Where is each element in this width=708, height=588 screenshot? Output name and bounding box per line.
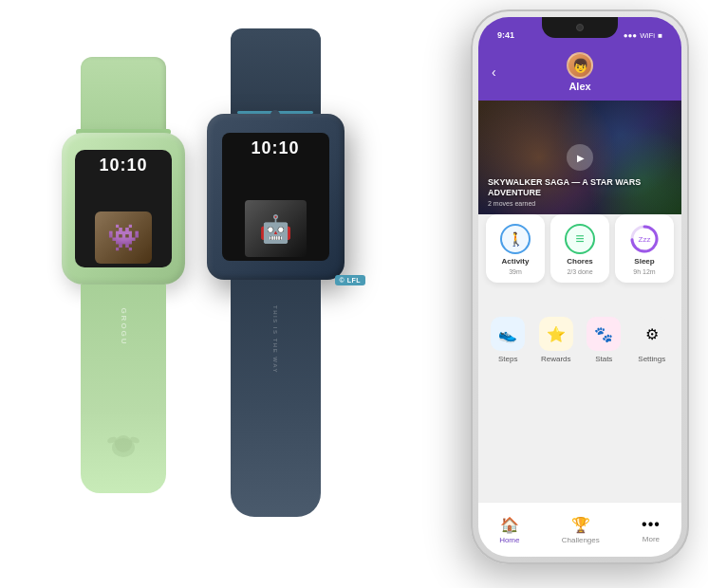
activity-value: 39m [509, 268, 522, 275]
phone: 9:41 ●●● WiFi ■ ‹ 👦 Alex [471, 9, 689, 569]
action-settings[interactable]: ⚙ Settings [630, 311, 675, 369]
user-name: Alex [568, 81, 590, 92]
settings-icon: ⚙ [635, 317, 669, 351]
watch-dark-time: 10:10 [251, 138, 299, 158]
hero-text: SKYWALKER SAGA — A STAR WARS ADVENTURE 2… [488, 177, 672, 207]
bottom-nav: 🏠 Home 🏆 Challenges ••• More [478, 502, 681, 557]
user-avatar: 👦 [567, 52, 593, 79]
stat-card-chores[interactable]: ≡ Chores 2/3 done [550, 214, 609, 283]
watch-dark: 10:10 © LFL [171, 28, 380, 531]
chores-value: 2/3 done [567, 268, 592, 275]
status-icons: ●●● WiFi ■ [624, 31, 662, 40]
steps-icon: 👟 [491, 317, 525, 351]
more-icon: ••• [642, 516, 661, 533]
hero-title: SKYWALKER SAGA — A STAR WARS ADVENTURE [488, 177, 672, 199]
grogu-art-icon [104, 427, 142, 465]
status-time: 9:41 [497, 30, 514, 40]
chores-icon: ≡ [565, 224, 595, 254]
watch-green-time: 10:10 [99, 156, 147, 175]
sleep-ring: Zzz [629, 224, 660, 254]
phone-screen: 9:41 ●●● WiFi ■ ‹ 👦 Alex [478, 17, 681, 557]
settings-label: Settings [638, 355, 665, 363]
home-icon: 🏠 [500, 516, 519, 534]
watch-dark-band-bottom [231, 280, 321, 517]
back-button[interactable]: ‹ [492, 64, 496, 80]
action-steps[interactable]: 👟 Steps [486, 311, 531, 369]
walk-icon: 🚶 [508, 231, 524, 247]
action-stats[interactable]: 🐾 Stats [582, 311, 626, 369]
rewards-label: Rewards [541, 355, 571, 363]
zzz-icon: Zzz [629, 224, 660, 254]
wifi-icon: WiFi [640, 31, 655, 40]
scene: 10:10 10:10 © LFL [0, 0, 708, 588]
nav-challenges-label: Challenges [562, 536, 600, 544]
hero-subtitle: 2 moves earned [488, 200, 672, 207]
nav-more-label: More [643, 535, 660, 543]
sleep-label: Sleep [634, 257, 654, 266]
battery-icon: ■ [658, 31, 662, 40]
watch-dark-character [245, 200, 307, 257]
app-header: ‹ 👦 Alex [478, 44, 681, 101]
phone-notch [542, 17, 618, 38]
chores-label: Chores [567, 257, 593, 266]
nav-home-label: Home [499, 536, 519, 544]
rewards-icon: ⭐ [539, 317, 573, 351]
sleep-value: 9h 12m [633, 268, 655, 275]
watch-green-band-bottom [81, 285, 166, 493]
activity-label: Activity [502, 257, 530, 266]
watch-dark-case: 10:10 [207, 114, 345, 280]
activity-icon: 🚶 [500, 224, 531, 254]
watch-green-band-top [81, 57, 166, 133]
quick-actions: 👟 Steps ⭐ Rewards 🐾 Stats ⚙ Settings [486, 311, 674, 369]
phone-shell: 9:41 ●●● WiFi ■ ‹ 👦 Alex [471, 9, 689, 564]
watch-green-character [95, 211, 152, 264]
nav-more[interactable]: ••• More [642, 516, 661, 543]
action-rewards[interactable]: ⭐ Rewards [534, 311, 579, 369]
stats-grid: 🚶 Activity 39m ≡ Chores 2/3 done [486, 214, 674, 283]
lfl-clasp: © LFL [335, 275, 365, 285]
camera-dot [576, 24, 584, 31]
stats-icon: 🐾 [587, 317, 621, 351]
play-button[interactable] [567, 144, 593, 171]
steps-label: Steps [498, 355, 517, 363]
watch-dark-screen: 10:10 [222, 133, 329, 261]
stats-label: Stats [595, 355, 612, 363]
nav-challenges[interactable]: 🏆 Challenges [562, 516, 600, 544]
app-hero[interactable]: SKYWALKER SAGA — A STAR WARS ADVENTURE 2… [478, 101, 681, 214]
watch-green-screen: 10:10 [75, 150, 172, 267]
stat-card-activity[interactable]: 🚶 Activity 39m [486, 214, 545, 283]
nav-home[interactable]: 🏠 Home [499, 516, 519, 544]
signal-icon: ●●● [624, 31, 638, 40]
trophy-icon: 🏆 [571, 516, 590, 534]
watch-dark-band-top [231, 28, 321, 114]
list-icon: ≡ [575, 230, 584, 248]
stat-card-sleep[interactable]: Zzz Sleep 9h 12m [615, 214, 674, 283]
watch-green-case: 10:10 [62, 133, 185, 285]
svg-point-1 [115, 435, 132, 452]
